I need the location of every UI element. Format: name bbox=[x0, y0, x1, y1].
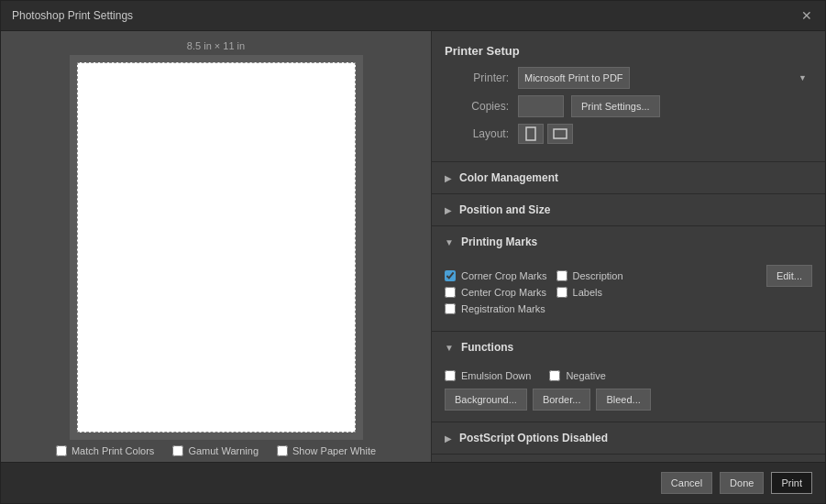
layout-landscape-button[interactable] bbox=[547, 124, 573, 144]
match-print-colors-checkbox[interactable] bbox=[56, 445, 67, 456]
match-print-colors-item: Match Print Colors bbox=[56, 445, 154, 456]
functions-header[interactable]: ▼ Functions bbox=[432, 332, 825, 363]
printing-marks-chevron: ▼ bbox=[445, 237, 454, 247]
svg-rect-1 bbox=[554, 129, 567, 138]
paper-white bbox=[77, 62, 356, 433]
marks-grid: Corner Crop Marks Description Center Cro… bbox=[445, 265, 658, 320]
description-item: Description bbox=[556, 270, 659, 281]
paper-size-label: 8.5 in × 11 in bbox=[187, 40, 245, 51]
printing-marks-header[interactable]: ▼ Printing Marks bbox=[432, 226, 825, 257]
dialog-footer: Cancel Done Print bbox=[1, 462, 825, 503]
main-content: 8.5 in × 11 in Match Print Colors Gamut … bbox=[1, 31, 825, 462]
svg-rect-0 bbox=[526, 127, 535, 140]
labels-label: Labels bbox=[573, 287, 602, 298]
paper-container bbox=[70, 55, 363, 440]
marks-row-with-edit: Corner Crop Marks Description Center Cro… bbox=[445, 265, 812, 320]
emulsion-down-checkbox[interactable] bbox=[445, 370, 456, 381]
postscript-chevron: ▶ bbox=[445, 433, 452, 444]
functions-checkboxes-row: Emulsion Down Negative bbox=[445, 370, 812, 381]
print-button[interactable]: Print bbox=[771, 472, 812, 494]
dialog-title: Photoshop Print Settings bbox=[12, 9, 133, 22]
functions-section: ▼ Functions Emulsion Down Negative bbox=[432, 332, 825, 422]
copies-input[interactable]: 1 bbox=[518, 95, 564, 117]
position-size-header[interactable]: ▶ Position and Size bbox=[432, 194, 825, 225]
title-bar: Photoshop Print Settings ✕ bbox=[1, 1, 825, 31]
position-size-section: ▶ Position and Size bbox=[432, 194, 825, 226]
match-print-colors-label: Match Print Colors bbox=[72, 445, 154, 456]
postscript-header[interactable]: ▶ PostScript Options Disabled bbox=[432, 422, 825, 454]
position-size-chevron: ▶ bbox=[445, 205, 452, 215]
corner-crop-marks-label: Corner Crop Marks bbox=[461, 270, 547, 281]
copies-label: Copies: bbox=[445, 100, 509, 113]
preview-area: 8.5 in × 11 in bbox=[10, 40, 422, 440]
printing-marks-section: ▼ Printing Marks Corner Crop Marks De bbox=[432, 226, 825, 332]
printing-marks-content: Corner Crop Marks Description Center Cro… bbox=[432, 257, 825, 331]
layout-icons bbox=[518, 124, 573, 144]
cancel-button[interactable]: Cancel bbox=[661, 472, 712, 494]
printer-select[interactable]: Microsoft Print to PDF bbox=[518, 67, 630, 89]
layout-portrait-button[interactable] bbox=[518, 124, 544, 144]
printer-label: Printer: bbox=[445, 71, 509, 84]
postscript-title: PostScript Options Disabled bbox=[459, 432, 608, 444]
color-management-chevron: ▶ bbox=[445, 173, 452, 183]
edit-button[interactable]: Edit... bbox=[766, 265, 812, 287]
color-management-section: ▶ Color Management bbox=[432, 162, 825, 194]
done-button[interactable]: Done bbox=[720, 472, 764, 494]
emulsion-down-item: Emulsion Down bbox=[445, 370, 531, 381]
printer-setup-title: Printer Setup bbox=[445, 44, 812, 58]
color-management-title: Color Management bbox=[459, 171, 558, 184]
color-management-header[interactable]: ▶ Color Management bbox=[432, 162, 825, 193]
functions-content: Emulsion Down Negative Background... Bor… bbox=[432, 363, 825, 422]
printer-select-wrapper: Microsoft Print to PDF bbox=[518, 67, 812, 89]
description-label: Description bbox=[573, 270, 623, 281]
bleed-button[interactable]: Bleed... bbox=[596, 389, 650, 411]
border-button[interactable]: Border... bbox=[533, 389, 591, 411]
functions-chevron: ▼ bbox=[445, 343, 454, 353]
emulsion-down-label: Emulsion Down bbox=[461, 370, 531, 381]
background-button[interactable]: Background... bbox=[445, 389, 527, 411]
show-paper-white-checkbox[interactable] bbox=[277, 445, 288, 456]
negative-checkbox[interactable] bbox=[549, 370, 560, 381]
position-size-title: Position and Size bbox=[459, 203, 550, 216]
functions-title: Functions bbox=[461, 341, 513, 354]
gamut-warning-item: Gamut Warning bbox=[172, 445, 259, 456]
gamut-warning-checkbox[interactable] bbox=[172, 445, 183, 456]
right-panel: Printer Setup Printer: Microsoft Print t… bbox=[432, 31, 825, 462]
corner-crop-marks-checkbox[interactable] bbox=[445, 270, 456, 281]
show-paper-white-label: Show Paper White bbox=[292, 445, 376, 456]
center-crop-marks-checkbox[interactable] bbox=[445, 287, 456, 298]
functions-buttons: Background... Border... Bleed... bbox=[445, 389, 812, 411]
layout-label: Layout: bbox=[445, 127, 509, 140]
negative-item: Negative bbox=[549, 370, 605, 381]
bottom-checkboxes: Match Print Colors Gamut Warning Show Pa… bbox=[56, 440, 376, 462]
copies-row: Copies: 1 Print Settings... bbox=[445, 95, 812, 117]
left-panel: 8.5 in × 11 in Match Print Colors Gamut … bbox=[1, 31, 432, 462]
printer-setup-section: Printer Setup Printer: Microsoft Print t… bbox=[432, 31, 825, 162]
registration-marks-label: Registration Marks bbox=[461, 303, 545, 314]
registration-marks-item: Registration Marks bbox=[445, 303, 547, 314]
printing-marks-title: Printing Marks bbox=[461, 236, 537, 248]
labels-checkbox[interactable] bbox=[556, 287, 567, 298]
description-checkbox[interactable] bbox=[556, 270, 567, 281]
printer-row: Printer: Microsoft Print to PDF bbox=[445, 67, 812, 89]
layout-row: Layout: bbox=[445, 124, 812, 144]
dialog-window: Photoshop Print Settings ✕ 8.5 in × 11 i… bbox=[0, 0, 826, 504]
registration-marks-checkbox[interactable] bbox=[445, 303, 456, 314]
center-crop-marks-label: Center Crop Marks bbox=[461, 287, 546, 298]
center-crop-marks-item: Center Crop Marks bbox=[445, 287, 547, 298]
postscript-section: ▶ PostScript Options Disabled bbox=[432, 422, 825, 455]
print-settings-button[interactable]: Print Settings... bbox=[571, 95, 660, 117]
negative-label: Negative bbox=[566, 370, 605, 381]
labels-item: Labels bbox=[556, 287, 659, 298]
corner-crop-marks-item: Corner Crop Marks bbox=[445, 270, 547, 281]
gamut-warning-label: Gamut Warning bbox=[188, 445, 259, 456]
close-button[interactable]: ✕ bbox=[799, 8, 814, 23]
show-paper-white-item: Show Paper White bbox=[277, 445, 376, 456]
